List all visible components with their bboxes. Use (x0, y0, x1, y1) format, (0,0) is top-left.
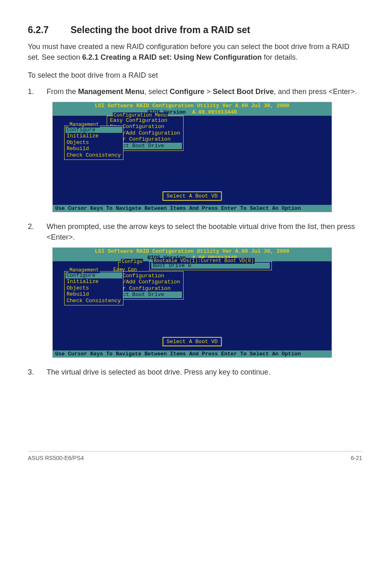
step-2: 2. When prompted, use the arrow keys to … (28, 221, 362, 242)
intro-paragraph: You must have created a new RAID configu… (28, 41, 362, 63)
section-number: 6.2.7 (28, 25, 68, 36)
configuration-menu-label: Configuration Menu (113, 112, 168, 118)
bios-status-box: Select A Boot VD (163, 191, 222, 201)
management-menu-label-2: Management (69, 267, 100, 273)
footer-left: ASUS RS500-E6/PS4 (28, 455, 84, 461)
step-3-text: The virtual drive is selected as boot dr… (47, 367, 362, 377)
mgmt-item-rebuild-2[interactable]: Rebuild (65, 291, 122, 298)
configu-frag-label: Configu (121, 259, 143, 265)
config-item-easy[interactable]: Easy Configuration (108, 117, 182, 124)
bios-body-2: Bootable VDs(1):Current Boot VD(0) Boot … (53, 261, 332, 350)
management-menu-2[interactable]: Management Configure Initialize Objects … (64, 271, 123, 305)
bios-title-line1-2: LSI Software RAID Configuration Utility … (95, 248, 289, 254)
bootable-vds-popup[interactable]: Bootable VDs(1):Current Boot VD(0) Boot … (149, 261, 272, 271)
bios-screenshot-2: LSI Software RAID Configuration Utility … (52, 247, 332, 358)
bios-footer-help-2: Use Cursor Keys To Navigate Between Item… (53, 350, 332, 358)
footer-right: 6-21 (351, 455, 362, 461)
mgmt-item-configure[interactable]: Configure (65, 127, 122, 133)
bios-version-value: A.08.09161344R (192, 109, 237, 115)
section-title: Selecting the boot drive from a RAID set (70, 25, 250, 35)
intro-ref-bold: 6.2.1 Creating a RAID set: Using New Con… (82, 53, 262, 61)
bios-body: Configuration Menu Easy Configuration Ne… (53, 116, 332, 205)
bootable-vds-label: Bootable VDs(1):Current Boot VD(0) (153, 258, 255, 264)
bios-screenshot-1: LSI Software RAID Configuration Utility … (52, 102, 332, 212)
step-2-number: 2. (28, 221, 47, 242)
step-1-number: 1. (28, 86, 47, 97)
step-3-number: 3. (28, 367, 47, 377)
management-menu-label: Management (69, 122, 100, 128)
page-footer: ASUS RS500-E6/PS4 6-21 (28, 451, 362, 461)
intro-subheading: To select the boot drive from a RAID set (28, 70, 362, 81)
bios-footer-help: Use Cursor Keys To Navigate Between Item… (53, 205, 332, 212)
bios-status-box-2: Select A Boot VD (163, 337, 222, 346)
mgmt-item-objects[interactable]: Objects (65, 139, 122, 146)
mgmt-item-initialize[interactable]: Initialize (65, 133, 122, 139)
management-menu[interactable]: Management Configure Initialize Objects … (64, 126, 123, 160)
mgmt-item-check[interactable]: Check Consistency (65, 152, 122, 159)
bios-header: LSI Software RAID Configuration Utility … (53, 102, 332, 115)
mgmt-item-rebuild[interactable]: Rebuild (65, 146, 122, 152)
mgmt-item-configure-2[interactable]: Configure (65, 272, 122, 279)
step-1-text: From the Management Menu, select Configu… (47, 86, 362, 97)
step-2-text: When prompted, use the arrow keys to sel… (47, 221, 362, 242)
step-3: 3. The virtual drive is selected as boot… (28, 367, 362, 377)
mgmt-item-objects-2[interactable]: Objects (65, 285, 122, 292)
mgmt-item-initialize-2[interactable]: Initialize (65, 278, 122, 285)
bios-title-line1: LSI Software RAID Configuration Utility … (95, 103, 289, 109)
section-heading: 6.2.7 Selecting the boot drive from a RA… (28, 25, 362, 36)
mgmt-item-check-2[interactable]: Check Consistency (65, 298, 122, 304)
intro-text-c: for details. (264, 53, 298, 61)
step-1: 1. From the Management Menu, select Conf… (28, 86, 362, 97)
